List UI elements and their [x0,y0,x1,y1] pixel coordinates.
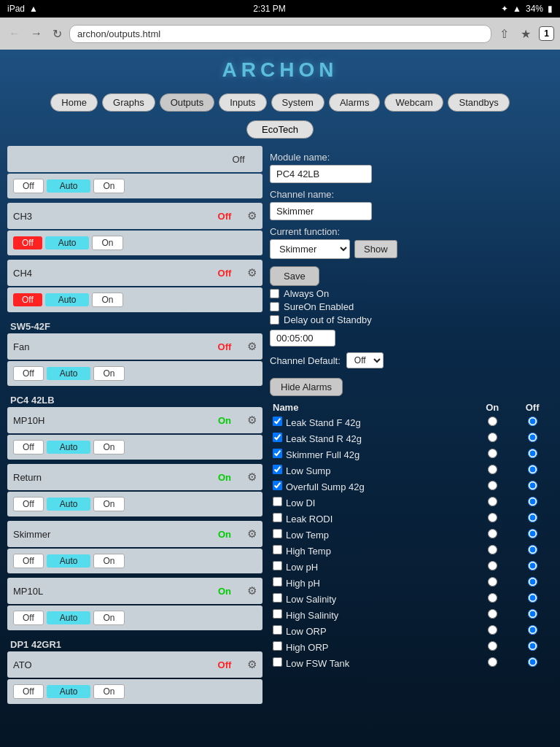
hide-alarms-button[interactable]: Hide Alarms [270,378,343,396]
sure-on-checkbox[interactable] [270,302,279,311]
alarm-off-cell[interactable] [512,559,553,575]
alarm-off-radio[interactable] [528,449,537,458]
mp10h-ctrl-on-button[interactable]: On [93,440,124,454]
alarm-on-radio[interactable] [488,417,497,426]
alarm-on-cell[interactable] [472,543,512,559]
ato-gear-icon[interactable]: ⚙ [247,658,257,671]
alarm-checkbox[interactable] [273,641,282,651]
alarm-on-cell[interactable] [472,559,512,575]
module-name-input[interactable] [270,165,372,183]
alarm-off-cell[interactable] [512,655,553,671]
alarm-checkbox[interactable] [273,513,282,522]
alarm-off-cell[interactable] [512,639,553,655]
return-gear-icon[interactable]: ⚙ [247,471,257,484]
mp10l-ctrl-on-button[interactable]: On [93,611,124,625]
ch3-gear-icon[interactable]: ⚙ [247,209,257,222]
return-ctrl-auto-button[interactable]: Auto [47,498,91,511]
alarm-off-cell[interactable] [512,623,553,639]
always-on-checkbox[interactable] [270,289,279,298]
alarm-on-cell[interactable] [472,623,512,639]
tab-webcam[interactable]: Webcam [384,93,443,112]
alarm-checkbox[interactable] [273,481,282,490]
fan-gear-icon[interactable]: ⚙ [247,340,257,353]
alarm-on-cell[interactable] [472,495,512,511]
alarm-on-radio[interactable] [488,481,497,490]
ato-ctrl-auto-button[interactable]: Auto [47,685,91,698]
alarm-on-radio[interactable] [488,497,497,506]
alarm-off-cell[interactable] [512,430,553,446]
tab-outputs[interactable]: Outputs [160,93,215,112]
alarm-on-cell[interactable] [472,414,512,430]
delay-standby-checkbox[interactable] [270,315,279,325]
skimmer-gear-icon[interactable]: ⚙ [247,527,257,541]
alarm-on-radio[interactable] [488,609,497,619]
alarm-checkbox[interactable] [273,657,282,667]
alarm-off-cell[interactable] [512,495,553,511]
alarm-off-cell[interactable] [512,575,553,591]
alarm-off-radio[interactable] [528,545,537,554]
share-button[interactable]: ⇧ [496,26,513,42]
mp10l-ctrl-off-button[interactable]: Off [13,611,44,625]
alarm-off-radio[interactable] [528,433,537,442]
alarm-off-radio[interactable] [528,513,537,522]
alarm-on-cell[interactable] [472,527,512,543]
mp10h-gear-icon[interactable]: ⚙ [247,414,257,427]
mp10h-ctrl-auto-button[interactable]: Auto [47,441,91,454]
alarm-off-radio[interactable] [528,481,537,490]
alarm-on-cell[interactable] [472,479,512,495]
alarm-off-cell[interactable] [512,462,553,479]
alarm-on-cell[interactable] [472,639,512,655]
alarm-on-radio[interactable] [488,641,497,651]
alarm-off-cell[interactable] [512,527,553,543]
alarm-checkbox[interactable] [273,497,282,506]
alarm-checkbox[interactable] [273,577,282,587]
tab-alarms[interactable]: Alarms [329,93,380,112]
fan-ctrl-off-button[interactable]: Off [13,366,44,381]
ecotech-button[interactable]: EcoTech [246,120,314,139]
skimmer-ctrl-on-button[interactable]: On [93,554,124,568]
alarm-off-radio[interactable] [528,529,537,538]
alarm-off-radio[interactable] [528,641,537,651]
alarm-on-radio[interactable] [488,529,497,538]
alarm-checkbox[interactable] [273,529,282,538]
alarm-off-cell[interactable] [512,607,553,623]
alarm-on-radio[interactable] [488,465,497,474]
alarm-checkbox[interactable] [273,417,282,426]
ch4-ctrl-on-button[interactable]: On [92,293,122,307]
skimmer-ctrl-off-button[interactable]: Off [13,554,44,568]
channel-default-select[interactable]: Off On [346,352,384,368]
url-input[interactable] [69,25,491,43]
alarm-checkbox[interactable] [273,449,282,458]
mp10l-ctrl-auto-button[interactable]: Auto [47,611,91,624]
mp10l-gear-icon[interactable]: ⚙ [247,584,257,597]
alarm-on-cell[interactable] [472,575,512,591]
ctrl-auto-button[interactable]: Auto [47,179,91,193]
ch4-gear-icon[interactable]: ⚙ [247,266,257,279]
current-function-select[interactable]: Skimmer Return MP10 Fan ATO Generic [270,239,350,259]
alarm-checkbox[interactable] [273,561,282,570]
alarm-on-radio[interactable] [488,433,497,442]
tab-inputs[interactable]: Inputs [219,93,266,112]
alarm-checkbox[interactable] [273,593,282,603]
alarm-off-radio[interactable] [528,657,537,667]
fan-ctrl-auto-button[interactable]: Auto [47,367,91,380]
alarm-on-radio[interactable] [488,513,497,522]
fan-ctrl-on-button[interactable]: On [93,366,124,381]
alarm-checkbox[interactable] [273,465,282,474]
alarm-off-cell[interactable] [512,511,553,527]
save-button[interactable]: Save [270,266,319,286]
alarm-on-radio[interactable] [488,449,497,458]
alarm-on-cell[interactable] [472,655,512,671]
alarm-on-cell[interactable] [472,591,512,607]
alarm-off-radio[interactable] [528,577,537,587]
skimmer-ctrl-auto-button[interactable]: Auto [47,554,91,568]
alarm-off-cell[interactable] [512,543,553,559]
tab-count[interactable]: 1 [539,26,554,41]
ch4-ctrl-auto-button[interactable]: Auto [45,293,90,306]
alarm-off-cell[interactable] [512,479,553,495]
alarm-off-radio[interactable] [528,609,537,619]
tab-graphs[interactable]: Graphs [102,93,155,112]
ato-ctrl-on-button[interactable]: On [93,684,124,699]
mp10h-ctrl-off-button[interactable]: Off [13,440,44,454]
alarm-checkbox[interactable] [273,433,282,442]
